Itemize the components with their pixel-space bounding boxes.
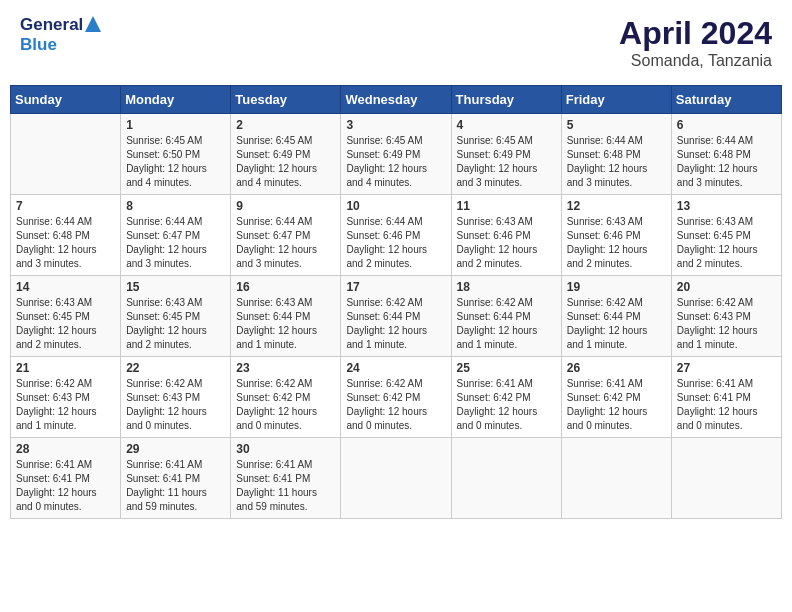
day-info: Sunrise: 6:44 AMSunset: 6:48 PMDaylight:… bbox=[677, 134, 776, 190]
day-number: 13 bbox=[677, 199, 776, 213]
col-thursday: Thursday bbox=[451, 86, 561, 114]
svg-marker-0 bbox=[85, 16, 101, 32]
col-wednesday: Wednesday bbox=[341, 86, 451, 114]
day-number: 17 bbox=[346, 280, 445, 294]
table-row bbox=[11, 114, 121, 195]
day-info: Sunrise: 6:41 AMSunset: 6:41 PMDaylight:… bbox=[126, 458, 225, 514]
day-number: 9 bbox=[236, 199, 335, 213]
day-number: 28 bbox=[16, 442, 115, 456]
day-info: Sunrise: 6:45 AMSunset: 6:49 PMDaylight:… bbox=[457, 134, 556, 190]
table-row: 20Sunrise: 6:42 AMSunset: 6:43 PMDayligh… bbox=[671, 276, 781, 357]
table-row: 3Sunrise: 6:45 AMSunset: 6:49 PMDaylight… bbox=[341, 114, 451, 195]
day-info: Sunrise: 6:41 AMSunset: 6:41 PMDaylight:… bbox=[16, 458, 115, 514]
month-year: April 2024 bbox=[619, 15, 772, 52]
day-info: Sunrise: 6:42 AMSunset: 6:44 PMDaylight:… bbox=[457, 296, 556, 352]
day-info: Sunrise: 6:41 AMSunset: 6:42 PMDaylight:… bbox=[567, 377, 666, 433]
table-row: 14Sunrise: 6:43 AMSunset: 6:45 PMDayligh… bbox=[11, 276, 121, 357]
table-row: 11Sunrise: 6:43 AMSunset: 6:46 PMDayligh… bbox=[451, 195, 561, 276]
day-number: 8 bbox=[126, 199, 225, 213]
table-row: 26Sunrise: 6:41 AMSunset: 6:42 PMDayligh… bbox=[561, 357, 671, 438]
day-number: 16 bbox=[236, 280, 335, 294]
day-info: Sunrise: 6:41 AMSunset: 6:42 PMDaylight:… bbox=[457, 377, 556, 433]
day-number: 20 bbox=[677, 280, 776, 294]
day-info: Sunrise: 6:43 AMSunset: 6:45 PMDaylight:… bbox=[126, 296, 225, 352]
table-row: 15Sunrise: 6:43 AMSunset: 6:45 PMDayligh… bbox=[121, 276, 231, 357]
logo-blue: Blue bbox=[20, 35, 101, 55]
day-number: 1 bbox=[126, 118, 225, 132]
calendar-table: Sunday Monday Tuesday Wednesday Thursday… bbox=[10, 85, 782, 519]
day-info: Sunrise: 6:42 AMSunset: 6:43 PMDaylight:… bbox=[677, 296, 776, 352]
day-info: Sunrise: 6:41 AMSunset: 6:41 PMDaylight:… bbox=[236, 458, 335, 514]
day-number: 4 bbox=[457, 118, 556, 132]
day-number: 11 bbox=[457, 199, 556, 213]
table-row: 12Sunrise: 6:43 AMSunset: 6:46 PMDayligh… bbox=[561, 195, 671, 276]
day-number: 24 bbox=[346, 361, 445, 375]
page-header: General Blue April 2024 Somanda, Tanzani… bbox=[10, 10, 782, 75]
calendar-week-row: 1Sunrise: 6:45 AMSunset: 6:50 PMDaylight… bbox=[11, 114, 782, 195]
table-row: 5Sunrise: 6:44 AMSunset: 6:48 PMDaylight… bbox=[561, 114, 671, 195]
calendar-header-row: Sunday Monday Tuesday Wednesday Thursday… bbox=[11, 86, 782, 114]
day-info: Sunrise: 6:42 AMSunset: 6:44 PMDaylight:… bbox=[346, 296, 445, 352]
table-row: 27Sunrise: 6:41 AMSunset: 6:41 PMDayligh… bbox=[671, 357, 781, 438]
day-info: Sunrise: 6:44 AMSunset: 6:48 PMDaylight:… bbox=[567, 134, 666, 190]
day-number: 6 bbox=[677, 118, 776, 132]
table-row bbox=[451, 438, 561, 519]
day-number: 19 bbox=[567, 280, 666, 294]
day-number: 7 bbox=[16, 199, 115, 213]
calendar-week-row: 21Sunrise: 6:42 AMSunset: 6:43 PMDayligh… bbox=[11, 357, 782, 438]
table-row: 7Sunrise: 6:44 AMSunset: 6:48 PMDaylight… bbox=[11, 195, 121, 276]
col-sunday: Sunday bbox=[11, 86, 121, 114]
table-row: 28Sunrise: 6:41 AMSunset: 6:41 PMDayligh… bbox=[11, 438, 121, 519]
day-number: 10 bbox=[346, 199, 445, 213]
table-row: 23Sunrise: 6:42 AMSunset: 6:42 PMDayligh… bbox=[231, 357, 341, 438]
table-row: 21Sunrise: 6:42 AMSunset: 6:43 PMDayligh… bbox=[11, 357, 121, 438]
day-number: 26 bbox=[567, 361, 666, 375]
table-row: 17Sunrise: 6:42 AMSunset: 6:44 PMDayligh… bbox=[341, 276, 451, 357]
day-number: 29 bbox=[126, 442, 225, 456]
day-number: 30 bbox=[236, 442, 335, 456]
table-row: 1Sunrise: 6:45 AMSunset: 6:50 PMDaylight… bbox=[121, 114, 231, 195]
day-number: 22 bbox=[126, 361, 225, 375]
day-number: 2 bbox=[236, 118, 335, 132]
day-number: 15 bbox=[126, 280, 225, 294]
table-row: 10Sunrise: 6:44 AMSunset: 6:46 PMDayligh… bbox=[341, 195, 451, 276]
table-row: 19Sunrise: 6:42 AMSunset: 6:44 PMDayligh… bbox=[561, 276, 671, 357]
day-info: Sunrise: 6:42 AMSunset: 6:44 PMDaylight:… bbox=[567, 296, 666, 352]
day-number: 23 bbox=[236, 361, 335, 375]
table-row bbox=[671, 438, 781, 519]
logo-triangle-icon bbox=[85, 16, 101, 32]
calendar-week-row: 28Sunrise: 6:41 AMSunset: 6:41 PMDayligh… bbox=[11, 438, 782, 519]
table-row: 25Sunrise: 6:41 AMSunset: 6:42 PMDayligh… bbox=[451, 357, 561, 438]
day-info: Sunrise: 6:45 AMSunset: 6:50 PMDaylight:… bbox=[126, 134, 225, 190]
calendar-week-row: 14Sunrise: 6:43 AMSunset: 6:45 PMDayligh… bbox=[11, 276, 782, 357]
table-row: 18Sunrise: 6:42 AMSunset: 6:44 PMDayligh… bbox=[451, 276, 561, 357]
day-info: Sunrise: 6:44 AMSunset: 6:46 PMDaylight:… bbox=[346, 215, 445, 271]
logo: General Blue bbox=[20, 15, 101, 55]
day-info: Sunrise: 6:43 AMSunset: 6:44 PMDaylight:… bbox=[236, 296, 335, 352]
day-number: 21 bbox=[16, 361, 115, 375]
col-monday: Monday bbox=[121, 86, 231, 114]
day-number: 27 bbox=[677, 361, 776, 375]
day-number: 25 bbox=[457, 361, 556, 375]
table-row bbox=[561, 438, 671, 519]
title-section: April 2024 Somanda, Tanzania bbox=[619, 15, 772, 70]
col-friday: Friday bbox=[561, 86, 671, 114]
day-info: Sunrise: 6:43 AMSunset: 6:45 PMDaylight:… bbox=[16, 296, 115, 352]
day-info: Sunrise: 6:45 AMSunset: 6:49 PMDaylight:… bbox=[236, 134, 335, 190]
day-number: 5 bbox=[567, 118, 666, 132]
day-number: 14 bbox=[16, 280, 115, 294]
day-info: Sunrise: 6:45 AMSunset: 6:49 PMDaylight:… bbox=[346, 134, 445, 190]
table-row: 22Sunrise: 6:42 AMSunset: 6:43 PMDayligh… bbox=[121, 357, 231, 438]
day-info: Sunrise: 6:43 AMSunset: 6:46 PMDaylight:… bbox=[567, 215, 666, 271]
day-info: Sunrise: 6:42 AMSunset: 6:43 PMDaylight:… bbox=[16, 377, 115, 433]
day-info: Sunrise: 6:43 AMSunset: 6:46 PMDaylight:… bbox=[457, 215, 556, 271]
day-info: Sunrise: 6:42 AMSunset: 6:42 PMDaylight:… bbox=[236, 377, 335, 433]
day-info: Sunrise: 6:44 AMSunset: 6:47 PMDaylight:… bbox=[126, 215, 225, 271]
table-row: 30Sunrise: 6:41 AMSunset: 6:41 PMDayligh… bbox=[231, 438, 341, 519]
day-number: 12 bbox=[567, 199, 666, 213]
table-row: 9Sunrise: 6:44 AMSunset: 6:47 PMDaylight… bbox=[231, 195, 341, 276]
day-info: Sunrise: 6:42 AMSunset: 6:42 PMDaylight:… bbox=[346, 377, 445, 433]
table-row: 6Sunrise: 6:44 AMSunset: 6:48 PMDaylight… bbox=[671, 114, 781, 195]
col-tuesday: Tuesday bbox=[231, 86, 341, 114]
location: Somanda, Tanzania bbox=[619, 52, 772, 70]
